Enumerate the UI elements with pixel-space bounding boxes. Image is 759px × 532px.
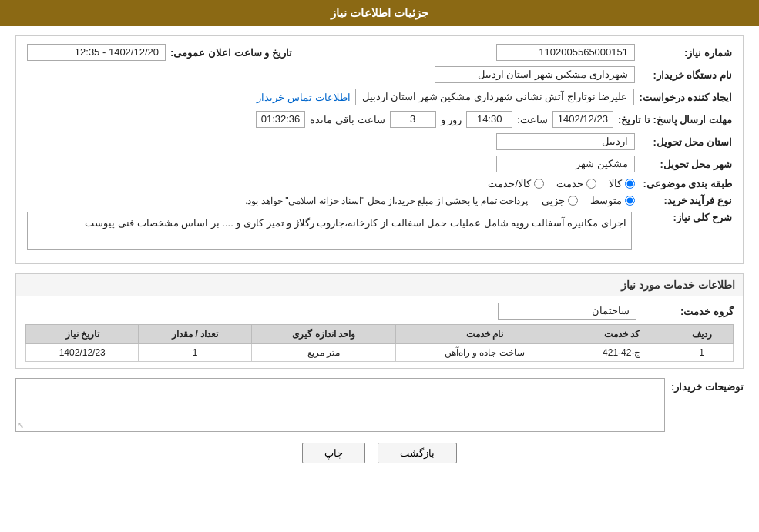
process-label-motavaset: متوسط bbox=[590, 195, 622, 206]
buyer-org-value: شهرداری مشکین شهر استان اردبیل bbox=[435, 66, 635, 83]
process-radio-group: جزیی متوسط bbox=[542, 195, 635, 206]
comments-box[interactable]: ⤡ bbox=[15, 378, 665, 432]
deadline-label: مهلت ارسال پاسخ: تا تاریخ: bbox=[618, 114, 732, 125]
category-label-kala: کالا bbox=[609, 178, 622, 189]
process-option-jozii[interactable]: جزیی bbox=[542, 195, 578, 206]
info-section: شماره نیاز: 1102005565000151 تاریخ و ساع… bbox=[15, 35, 744, 264]
deadline-time-label: ساعت: bbox=[517, 114, 548, 125]
services-table: ردیف کد خدمت نام خدمت واحد اندازه گیری ت… bbox=[25, 324, 734, 362]
description-value: اجرای مکانیزه آسفالت رویه شامل عملیات حم… bbox=[27, 212, 632, 250]
group-row: گروه خدمت: ساختمان bbox=[25, 303, 734, 320]
process-radio-jozii[interactable] bbox=[568, 196, 578, 206]
print-button[interactable]: چاپ bbox=[302, 443, 365, 463]
category-radio-group: کالا/خدمت خدمت کالا bbox=[488, 178, 635, 189]
page-wrapper: جزئیات اطلاعات نیاز شماره نیاز: 11020055… bbox=[0, 0, 759, 532]
back-button[interactable]: بازگشت bbox=[378, 443, 457, 463]
row-province: استان محل تحویل: اردبیل bbox=[27, 133, 732, 150]
row-deadline: مهلت ارسال پاسخ: تا تاریخ: 1402/12/23 سا… bbox=[27, 111, 732, 128]
buyer-org-label: نام دستگاه خریدار: bbox=[640, 69, 732, 81]
process-option-motavaset[interactable]: متوسط bbox=[590, 195, 635, 206]
services-section: اطلاعات خدمات مورد نیاز گروه خدمت: ساختم… bbox=[15, 273, 744, 369]
cell-name: ساخت جاده و راه‌آهن bbox=[396, 344, 573, 362]
deadline-days-label: روز و bbox=[441, 114, 462, 125]
category-option-kala-khedmat[interactable]: کالا/خدمت bbox=[488, 178, 544, 189]
buttons-row: بازگشت چاپ bbox=[15, 443, 744, 463]
province-value: اردبیل bbox=[496, 133, 635, 150]
services-section-title: اطلاعات خدمات مورد نیاز bbox=[16, 274, 743, 296]
cell-unit: متر مربع bbox=[251, 344, 395, 362]
col-quantity: تعداد / مقدار bbox=[139, 325, 251, 344]
deadline-time: 14:30 bbox=[466, 111, 512, 128]
process-label: نوع فرآیند خرید: bbox=[640, 195, 732, 206]
notice-number-label: شماره نیاز: bbox=[640, 47, 732, 59]
col-row: ردیف bbox=[670, 325, 734, 344]
col-code: کد خدمت bbox=[573, 325, 670, 344]
category-option-kala[interactable]: کالا bbox=[609, 178, 635, 189]
row-process: نوع فرآیند خرید: جزیی متوسط پرداخت تمام … bbox=[27, 195, 732, 206]
category-radio-kala-khedmat[interactable] bbox=[534, 179, 544, 189]
announce-datetime-label: تاریخ و ساعت اعلان عمومی: bbox=[170, 47, 292, 59]
col-date: تاریخ نیاز bbox=[26, 325, 139, 344]
creator-value: علیرضا نوتاراج آتش نشانی شهرداری مشکین ش… bbox=[355, 89, 635, 105]
remaining-time: 01:32:36 bbox=[256, 111, 306, 128]
main-content: شماره نیاز: 1102005565000151 تاریخ و ساع… bbox=[0, 26, 759, 480]
category-label-khedmat: خدمت bbox=[556, 178, 583, 189]
process-note: پرداخت تمام یا بخشی از مبلغ خرید،از محل … bbox=[245, 196, 528, 206]
cell-quantity: 1 bbox=[139, 344, 251, 362]
category-radio-khedmat[interactable] bbox=[586, 179, 596, 189]
comments-label: توضیحات خریدار: bbox=[671, 378, 744, 393]
row-category: طبقه بندی موضوعی: کالا/خدمت خدمت کالا bbox=[27, 178, 732, 189]
deadline-days: 3 bbox=[390, 111, 436, 128]
creator-label: ایجاد کننده درخواست: bbox=[639, 92, 732, 103]
province-label: استان محل تحویل: bbox=[640, 136, 732, 148]
comments-section: توضیحات خریدار: ⤡ bbox=[15, 378, 744, 432]
announce-datetime-value: 1402/12/20 - 12:35 bbox=[27, 44, 166, 61]
city-label: شهر محل تحویل: bbox=[640, 159, 732, 170]
cell-row: 1 bbox=[670, 344, 734, 362]
comments-resize-icon: ⤡ bbox=[18, 421, 24, 430]
group-value: ساختمان bbox=[498, 303, 636, 320]
page-header: جزئیات اطلاعات نیاز bbox=[0, 0, 759, 26]
row-description: شرح کلی نیاز: اجرای مکانیزه آسفالت رویه … bbox=[27, 212, 732, 250]
page-title: جزئیات اطلاعات نیاز bbox=[331, 6, 428, 19]
category-label: طبقه بندی موضوعی: bbox=[640, 178, 732, 189]
group-label: گروه خدمت: bbox=[641, 306, 734, 317]
row-city: شهر محل تحویل: مشکین شهر bbox=[27, 156, 732, 172]
description-label: شرح کلی نیاز: bbox=[640, 212, 732, 223]
cell-code: ج-42-421 bbox=[573, 344, 670, 362]
city-value: مشکین شهر bbox=[496, 156, 635, 172]
cell-date: 1402/12/23 bbox=[26, 344, 139, 362]
category-label-kala-khedmat: کالا/خدمت bbox=[488, 178, 531, 189]
deadline-date: 1402/12/23 bbox=[552, 111, 613, 128]
category-option-khedmat[interactable]: خدمت bbox=[556, 178, 596, 189]
row-notice: شماره نیاز: 1102005565000151 تاریخ و ساع… bbox=[27, 44, 732, 61]
remaining-label: ساعت باقی مانده bbox=[310, 114, 385, 125]
process-label-jozii: جزیی bbox=[542, 195, 565, 206]
notice-number-value: 1102005565000151 bbox=[496, 44, 635, 61]
table-row: 1ج-42-421ساخت جاده و راه‌آهنمتر مربع1140… bbox=[26, 344, 734, 362]
col-name: نام خدمت bbox=[396, 325, 573, 344]
process-radio-motavaset[interactable] bbox=[625, 196, 635, 206]
col-unit: واحد اندازه گیری bbox=[251, 325, 395, 344]
creator-contact-link[interactable]: اطلاعات تماس خریدار bbox=[257, 92, 350, 103]
row-creator: ایجاد کننده درخواست: علیرضا نوتاراج آتش … bbox=[27, 89, 732, 105]
row-buyer-org: نام دستگاه خریدار: شهرداری مشکین شهر است… bbox=[27, 66, 732, 83]
category-radio-kala[interactable] bbox=[625, 179, 635, 189]
